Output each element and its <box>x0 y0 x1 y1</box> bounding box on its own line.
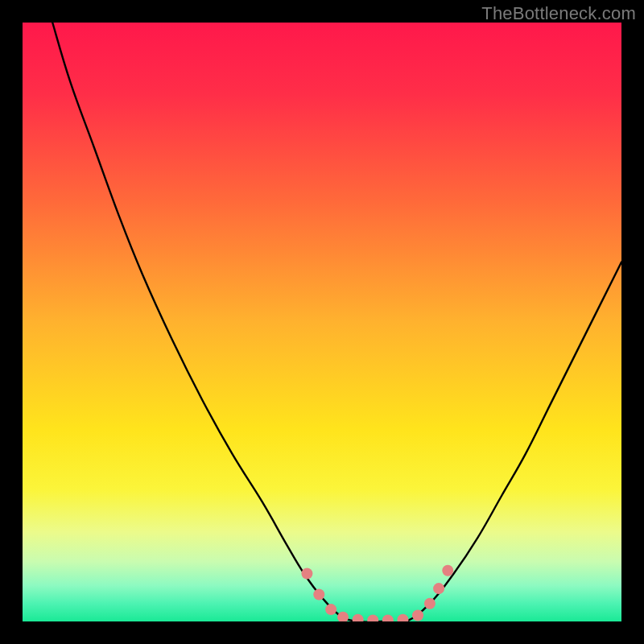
curve-marker <box>301 568 312 579</box>
curve-marker <box>382 615 394 621</box>
curve-marker <box>337 612 349 621</box>
curve-marker <box>353 614 364 621</box>
chart-frame: TheBottleneck.com <box>0 0 644 644</box>
watermark-label: TheBottleneck.com <box>481 3 636 24</box>
curve-marker <box>313 589 324 601</box>
curve-marker <box>442 565 453 576</box>
curve-marker <box>397 614 408 621</box>
curve-marker <box>424 598 436 609</box>
curve-marker <box>412 610 423 621</box>
plot-area <box>23 23 621 621</box>
curve-marker <box>367 615 378 621</box>
curve-marker <box>433 583 444 594</box>
bottleneck-curve <box>23 23 621 621</box>
curve-marker <box>325 604 336 615</box>
